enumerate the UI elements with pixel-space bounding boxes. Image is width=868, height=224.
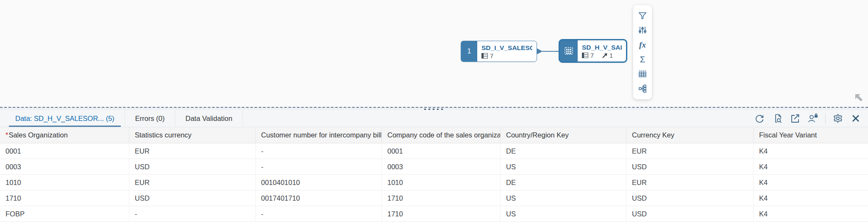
tab-data-validation[interactable]: Data Validation <box>175 110 243 127</box>
node-title: SD_H_V_SALESO... <box>582 44 622 51</box>
cell: 1710 <box>0 190 129 206</box>
splitter-grip <box>424 109 444 110</box>
data-access-person-lock-icon[interactable] <box>807 113 818 124</box>
panel-toolbar <box>754 110 868 127</box>
filter-icon[interactable] <box>637 10 648 22</box>
data-preview-panel: Data: SD_H_V_SALESOR... (5) Errors (0) D… <box>0 110 868 224</box>
cell: K4 <box>754 159 868 174</box>
parameters-sliders-icon[interactable] <box>637 24 648 36</box>
cell: 0001 <box>382 143 501 159</box>
formula-fx-icon[interactable]: fx <box>637 39 648 51</box>
find-in-data-icon[interactable] <box>772 113 783 124</box>
tab-data[interactable]: Data: SD_H_V_SALESOR... (5) <box>5 110 125 127</box>
association-arrow-icon <box>602 53 608 59</box>
node-title: SD_I_V_SALESORGA... <box>481 44 532 52</box>
cell: 0010401010 <box>256 175 382 190</box>
cell: 0017401710 <box>256 190 382 206</box>
hierarchy-icon[interactable] <box>637 83 648 95</box>
column-header-sales-organization[interactable]: *Sales Organization <box>0 127 129 143</box>
cell: 0003 <box>382 159 501 174</box>
node-field-count: 7 <box>490 53 493 59</box>
settings-gear-icon[interactable] <box>832 113 843 124</box>
column-header-customer-number[interactable]: Customer number for intercompany billing <box>256 127 382 143</box>
cell: EUR <box>626 175 754 190</box>
cell: USD <box>129 190 256 206</box>
cell: US <box>501 190 626 206</box>
view-type-icon <box>560 40 578 62</box>
panel-tab-bar: Data: SD_H_V_SALESOR... (5) Errors (0) D… <box>0 110 868 127</box>
cell: K4 <box>754 190 868 206</box>
data-table-header-row: *Sales Organization Statistics currency … <box>0 127 868 143</box>
column-header-statistics-currency[interactable]: Statistics currency <box>129 127 256 143</box>
canvas-node-source-view[interactable]: 1 SD_I_V_SALESORGA... 7 <box>461 41 537 62</box>
cell: EUR <box>626 143 754 159</box>
cell: EUR <box>129 143 256 159</box>
cell: 0003 <box>0 159 129 174</box>
cell: - <box>129 206 256 221</box>
tab-errors[interactable]: Errors (0) <box>125 110 175 127</box>
cell: K4 <box>754 143 868 159</box>
table-row: FOBP - - 1710 US USD K4 <box>0 206 868 222</box>
canvas-side-toolbar: fx Σ <box>633 5 652 99</box>
cell: 1710 <box>382 206 501 221</box>
cell: USD <box>626 190 754 206</box>
view-data-table-icon[interactable] <box>637 68 648 80</box>
node-field-count: 7 <box>590 52 594 59</box>
cell: DE <box>501 175 626 190</box>
cell: 1010 <box>0 175 129 190</box>
cell: - <box>256 206 382 221</box>
column-header-currency-key[interactable]: Currency Key <box>626 127 754 143</box>
cell: US <box>501 206 626 221</box>
cell: - <box>256 159 382 174</box>
column-header-company-code[interactable]: Company code of the sales organization <box>382 127 501 143</box>
cell: 1010 <box>382 175 501 190</box>
node-order-badge: 1 <box>461 41 477 62</box>
columns-icon <box>582 53 588 58</box>
cell: US <box>501 159 626 174</box>
restore-panel-arrow-icon[interactable] <box>854 92 865 104</box>
node-association-count: 1 <box>609 52 613 59</box>
cell: 1710 <box>382 190 501 206</box>
aggregation-sigma-icon[interactable]: Σ <box>637 53 648 65</box>
toolbar-separator <box>825 113 826 123</box>
panel-resize-splitter[interactable] <box>0 107 868 110</box>
cell: USD <box>626 206 754 221</box>
cell: 0001 <box>0 143 129 159</box>
cell: DE <box>501 143 626 159</box>
column-header-country-region-key[interactable]: Country/Region Key <box>501 127 626 143</box>
modeling-canvas[interactable]: 1 SD_I_V_SALESORGA... 7 SD_H_V_SALESO... <box>0 0 868 107</box>
cell: USD <box>626 159 754 174</box>
cell: USD <box>129 159 256 174</box>
canvas-node-target-view[interactable]: SD_H_V_SALESO... 7 1 <box>559 39 627 63</box>
cell: - <box>256 143 382 159</box>
cell: K4 <box>754 175 868 190</box>
refresh-icon[interactable] <box>754 113 765 124</box>
cell: FOBP <box>0 206 129 221</box>
table-row: 1010 EUR 0010401010 1010 DE EUR K4 <box>0 175 868 190</box>
table-row: 1710 USD 0017401710 1710 US USD K4 <box>0 190 868 206</box>
table-row: 0001 EUR - 0001 DE EUR K4 <box>0 143 868 159</box>
column-header-fiscal-year-variant[interactable]: Fiscal Year Variant <box>754 127 868 143</box>
close-icon[interactable] <box>850 113 861 124</box>
cell: K4 <box>754 206 868 221</box>
cell: EUR <box>129 175 256 190</box>
required-marker: * <box>6 131 8 139</box>
export-icon[interactable] <box>790 113 801 124</box>
columns-icon <box>481 53 488 59</box>
table-row: 0003 USD - 0003 US USD K4 <box>0 159 868 175</box>
